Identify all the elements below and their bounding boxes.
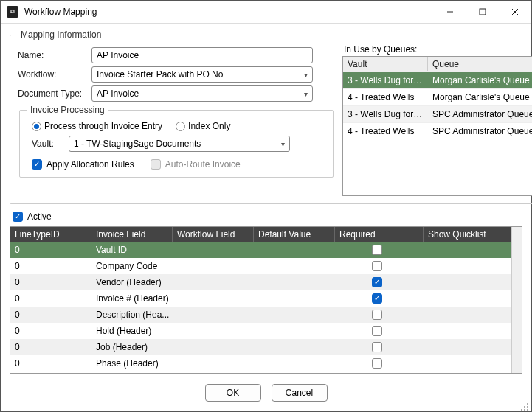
queues-row[interactable]: 3 - Wells Dug for Less Morgan Carlisle's… xyxy=(343,71,532,88)
mapping-information-group: Mapping Information Name: Workflow: Invo… xyxy=(10,29,532,204)
required-checkbox[interactable] xyxy=(372,261,382,271)
checkbox-icon xyxy=(151,159,161,170)
invoice-processing-legend: Invoice Processing xyxy=(27,105,108,115)
scrollbar[interactable] xyxy=(511,227,522,373)
chevron-down-icon: ▾ xyxy=(304,90,308,98)
required-checkbox[interactable] xyxy=(372,277,382,287)
grid-header-required[interactable]: Required xyxy=(335,227,424,242)
required-checkbox[interactable] xyxy=(372,358,382,369)
invoice-processing-group: Invoice Processing Process through Invoi… xyxy=(19,105,334,178)
chevron-down-icon: ▾ xyxy=(304,71,308,79)
radio-process-invoice-entry[interactable]: Process through Invoice Entry xyxy=(32,121,162,131)
doctype-select[interactable]: AP Invoice ▾ xyxy=(91,85,313,102)
grid-header: LineTypeID Invoice Field Workflow Field … xyxy=(10,227,511,242)
svg-rect-5 xyxy=(524,406,525,408)
checkbox-icon xyxy=(32,159,42,170)
workflow-select[interactable]: Invoice Starter Pack with PO No ▾ xyxy=(91,66,313,83)
svg-rect-7 xyxy=(521,409,522,411)
ok-button[interactable]: OK xyxy=(205,384,261,402)
required-checkbox[interactable] xyxy=(372,293,382,304)
minimize-button[interactable] xyxy=(434,1,466,23)
grid-header-workflowfield[interactable]: Workflow Field xyxy=(173,227,254,242)
close-button[interactable] xyxy=(499,1,531,23)
grid-row[interactable]: 0Description (Hea... xyxy=(10,307,511,323)
svg-rect-8 xyxy=(524,409,525,411)
radio-index-only[interactable]: Index Only xyxy=(176,121,230,131)
workflow-mapping-dialog: ⧉ Workflow Mapping Mapping Information N… xyxy=(0,0,532,412)
svg-rect-9 xyxy=(527,409,528,411)
vault-label: Vault: xyxy=(32,139,61,149)
vault-value: 1 - TW-StagingSage Documents xyxy=(74,139,201,149)
required-checkbox[interactable] xyxy=(372,326,382,336)
fields-grid: LineTypeID Invoice Field Workflow Field … xyxy=(10,226,522,374)
radio-icon xyxy=(32,122,41,131)
svg-rect-6 xyxy=(527,406,528,408)
vault-select[interactable]: 1 - TW-StagingSage Documents ▾ xyxy=(69,136,290,152)
queues-header: Vault Queue xyxy=(343,57,532,71)
grid-row[interactable]: 0Phase (Header) xyxy=(10,355,511,371)
required-checkbox[interactable] xyxy=(372,245,382,255)
grid-row[interactable]: 0Company Code xyxy=(10,258,511,274)
titlebar: ⧉ Workflow Mapping xyxy=(1,1,531,24)
doctype-value: AP Invoice xyxy=(97,88,139,99)
grid-header-showquicklist[interactable]: Show Quicklist xyxy=(424,227,511,242)
name-label: Name: xyxy=(18,50,91,60)
grid-row[interactable]: 0Job (Header) xyxy=(10,339,511,355)
checkbox-icon xyxy=(13,212,23,222)
queues-row[interactable]: 4 - Treated Wells SPC Administrator Queu… xyxy=(343,122,532,139)
app-icon: ⧉ xyxy=(7,6,18,18)
grid-header-defaultvalue[interactable]: Default Value xyxy=(254,227,335,242)
doctype-label: Document Type: xyxy=(18,88,91,99)
svg-rect-1 xyxy=(480,9,486,15)
checkbox-apply-allocation[interactable]: Apply Allocation Rules xyxy=(32,159,134,170)
resize-grip-icon[interactable] xyxy=(519,402,530,412)
name-input[interactable] xyxy=(91,47,313,63)
grid-header-invoicefield[interactable]: Invoice Field xyxy=(91,227,173,242)
grid-row[interactable]: 0Vendor (Header) xyxy=(10,274,511,290)
svg-rect-4 xyxy=(527,403,528,405)
window-title: Workflow Mapping xyxy=(24,7,434,17)
required-checkbox[interactable] xyxy=(372,310,382,320)
grid-header-linetypeid[interactable]: LineTypeID xyxy=(10,227,91,242)
chevron-down-icon: ▾ xyxy=(281,140,285,148)
queues-row[interactable]: 4 - Treated Wells Morgan Carlisle's Queu… xyxy=(343,88,532,105)
mapping-information-legend: Mapping Information xyxy=(18,29,104,40)
queues-row[interactable]: 3 - Wells Dug for Less SPC Administrator… xyxy=(343,105,532,122)
grid-row[interactable]: 0Invoice # (Header) xyxy=(10,290,511,307)
grid-row[interactable]: 0Vault ID xyxy=(10,242,511,258)
checkbox-auto-route: Auto-Route Invoice xyxy=(151,159,241,170)
required-checkbox[interactable] xyxy=(372,342,382,352)
checkbox-active[interactable]: Active xyxy=(13,212,52,222)
workflow-value: Invoice Starter Pack with PO No xyxy=(97,69,223,80)
queues-header-vault[interactable]: Vault xyxy=(343,57,428,71)
radio-icon xyxy=(176,122,185,131)
queues-header-queue[interactable]: Queue xyxy=(428,57,532,71)
content-area: Mapping Information Name: Workflow: Invo… xyxy=(1,24,531,412)
cancel-button[interactable]: Cancel xyxy=(272,384,328,402)
maximize-button[interactable] xyxy=(466,1,499,23)
grid-row[interactable]: 0Hold (Header) xyxy=(10,323,511,339)
queues-table: Vault Queue 3 - Wells Dug for Less Morga… xyxy=(342,56,532,196)
workflow-label: Workflow: xyxy=(18,69,91,80)
in-use-queues-label: In Use by Queues: xyxy=(344,44,532,55)
